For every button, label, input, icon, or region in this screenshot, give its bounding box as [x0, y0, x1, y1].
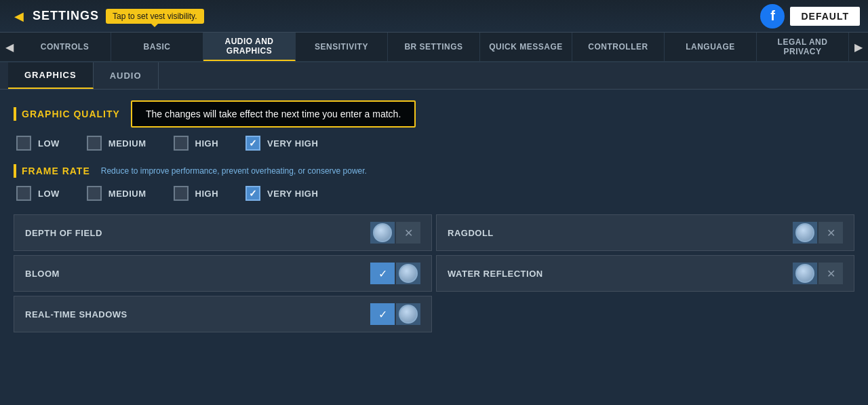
water-reflection-x-btn[interactable]: ✕	[818, 263, 843, 284]
ragdoll-controls: ✕	[793, 222, 843, 244]
bloom-row: BLOOM ✓	[14, 255, 432, 292]
realtime-shadows-dot	[399, 305, 418, 324]
ragdoll-x-btn[interactable]: ✕	[818, 222, 843, 244]
tab-br-settings[interactable]: BR SETTINGS	[388, 33, 480, 61]
nav-left-arrow[interactable]: ◀	[0, 33, 19, 61]
tab-audio-graphics[interactable]: AUDIO AND GRAPHICS	[203, 33, 296, 61]
depth-of-field-dot	[373, 223, 392, 242]
water-reflection-dot	[795, 264, 814, 283]
ragdoll-label: RAGDOLL	[448, 228, 494, 238]
bloom-check-btn[interactable]: ✓	[370, 263, 395, 284]
water-reflection-row: WATER REFLECTION ✕	[436, 255, 854, 292]
gq-medium-checkbox[interactable]	[87, 136, 102, 151]
nav-right-arrow[interactable]: ▶	[849, 33, 868, 61]
tab-legal-privacy[interactable]: LEGAL AND PRIVACY	[757, 33, 849, 61]
gq-veryhigh-label: VERY HIGH	[267, 138, 318, 149]
realtime-shadows-controls: ✓	[370, 303, 420, 325]
frame-rate-desc: Reduce to improve performance, prevent o…	[101, 166, 367, 176]
frame-rate-header: FRAME RATE Reduce to improve performance…	[14, 164, 854, 178]
fr-veryhigh-checkbox[interactable]	[245, 186, 260, 201]
tab-quick-message[interactable]: QUICK MESSAGE	[480, 33, 572, 61]
depth-of-field-controls: ✕	[370, 222, 420, 244]
subtab-audio[interactable]: AUDIO	[94, 62, 159, 89]
tab-controller[interactable]: CONTROLLER	[572, 33, 665, 61]
vest-tooltip[interactable]: Tap to set vest visibility.	[106, 9, 204, 24]
ragdoll-row: RAGDOLL ✕	[436, 214, 854, 251]
fr-high-label: HIGH	[195, 189, 219, 199]
realtime-shadows-label: REAL-TIME SHADOWS	[25, 309, 127, 320]
fr-veryhigh-option[interactable]: VERY HIGH	[245, 186, 318, 201]
bloom-controls: ✓	[370, 263, 420, 284]
frame-rate-title: FRAME RATE	[22, 166, 90, 176]
frame-rate-options: LOW MEDIUM HIGH VERY HIGH	[14, 186, 854, 201]
change-toast: The changes will take effect the next ti…	[131, 100, 416, 128]
bloom-label: BLOOM	[25, 269, 60, 279]
depth-of-field-check-btn[interactable]	[370, 222, 395, 244]
tab-basic[interactable]: BASIC	[111, 33, 203, 61]
gq-high-option[interactable]: HIGH	[174, 136, 219, 151]
frame-rate-bar	[14, 164, 16, 178]
gq-high-checkbox[interactable]	[174, 136, 189, 151]
fr-medium-checkbox[interactable]	[87, 186, 102, 201]
tab-sensitivity[interactable]: SENSITIVITY	[296, 33, 388, 61]
section-bar	[14, 107, 16, 121]
back-icon: ◀	[14, 9, 24, 24]
gq-medium-label: MEDIUM	[108, 138, 146, 149]
depth-of-field-row: DEPTH OF FIELD ✕	[14, 214, 432, 251]
gq-low-checkbox[interactable]	[16, 136, 31, 151]
fr-low-checkbox[interactable]	[16, 186, 31, 201]
ragdoll-dot	[795, 223, 814, 242]
water-reflection-label: WATER REFLECTION	[448, 269, 543, 279]
realtime-shadows-dot-btn[interactable]	[396, 303, 420, 325]
default-button[interactable]: DEFAULT	[790, 7, 860, 26]
bloom-dot	[399, 264, 418, 283]
gq-medium-option[interactable]: MEDIUM	[87, 136, 146, 151]
gq-high-label: HIGH	[195, 138, 219, 149]
fr-veryhigh-label: VERY HIGH	[267, 189, 318, 199]
tab-controls[interactable]: CONTROLS	[19, 33, 111, 61]
depth-of-field-x-btn[interactable]: ✕	[396, 222, 420, 244]
page-title: SETTINGS	[33, 9, 99, 23]
subtab-graphics[interactable]: GRAPHICS	[8, 62, 94, 89]
fr-high-checkbox[interactable]	[174, 186, 189, 201]
fr-high-option[interactable]: HIGH	[174, 186, 219, 201]
toggle-right-col: RAGDOLL ✕ WATER REFLECTION	[436, 214, 854, 332]
nav-tabs: ◀ CONTROLS BASIC AUDIO AND GRAPHICS SENS…	[0, 33, 868, 62]
gq-low-option[interactable]: LOW	[16, 136, 60, 151]
bloom-dot-btn[interactable]	[396, 263, 420, 284]
toggle-grid: DEPTH OF FIELD ✕ BLOOM ✓	[14, 214, 854, 332]
graphic-quality-options: LOW MEDIUM HIGH VERY HIGH	[14, 136, 854, 151]
toggle-left-col: DEPTH OF FIELD ✕ BLOOM ✓	[14, 214, 432, 332]
back-button[interactable]: ◀	[8, 5, 30, 27]
tab-language[interactable]: LANGUAGE	[665, 33, 757, 61]
realtime-shadows-row: REAL-TIME SHADOWS ✓	[14, 296, 432, 332]
sub-tabs: GRAPHICS AUDIO	[0, 62, 868, 90]
water-reflection-check-btn[interactable]	[793, 263, 817, 284]
fr-low-option[interactable]: LOW	[16, 186, 60, 201]
gq-veryhigh-option[interactable]: VERY HIGH	[245, 136, 318, 151]
header-actions: f DEFAULT	[760, 4, 860, 28]
graphic-quality-title: GRAPHIC QUALITY	[22, 109, 120, 119]
fr-low-label: LOW	[38, 189, 60, 199]
graphic-quality-header: GRAPHIC QUALITY The changes will take ef…	[14, 100, 854, 128]
ragdoll-check-btn[interactable]	[793, 222, 817, 244]
fr-medium-option[interactable]: MEDIUM	[87, 186, 146, 201]
depth-of-field-label: DEPTH OF FIELD	[25, 228, 102, 238]
header: ◀ SETTINGS Tap to set vest visibility. f…	[0, 0, 868, 33]
fr-medium-label: MEDIUM	[108, 189, 146, 199]
realtime-shadows-check-btn[interactable]: ✓	[370, 303, 395, 325]
main-content: GRAPHIC QUALITY The changes will take ef…	[0, 90, 868, 405]
gq-veryhigh-checkbox[interactable]	[245, 136, 260, 151]
gq-low-label: LOW	[38, 138, 60, 149]
water-reflection-controls: ✕	[793, 263, 843, 284]
facebook-icon[interactable]: f	[760, 4, 785, 28]
